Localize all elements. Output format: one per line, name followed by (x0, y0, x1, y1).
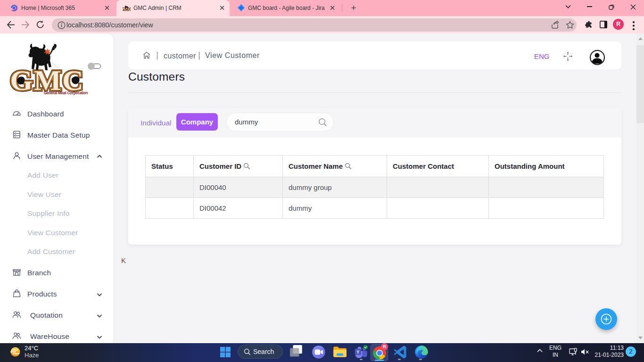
svg-text:General Meat Corporation: General Meat Corporation (44, 91, 88, 95)
svg-text:T: T (356, 349, 359, 354)
svg-text:GMC: GMC (123, 7, 131, 12)
